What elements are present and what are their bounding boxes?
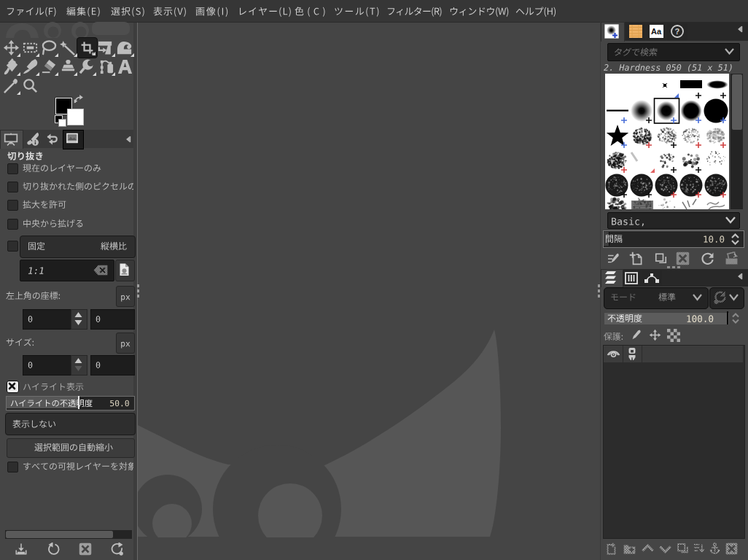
- svg-text:Aa: Aa: [651, 27, 662, 36]
- svg-text:?: ?: [675, 27, 680, 36]
